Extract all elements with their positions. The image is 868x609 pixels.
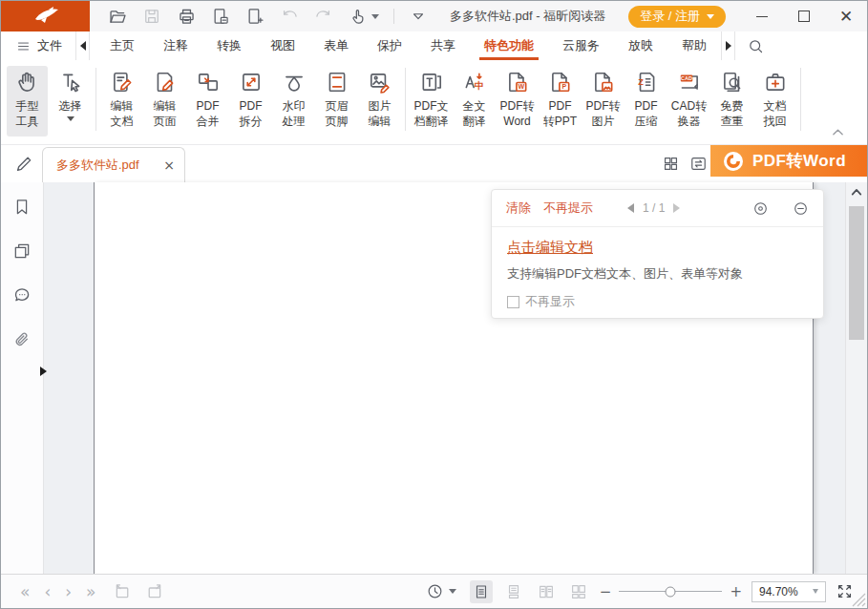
watermark-drop-icon bbox=[282, 70, 307, 94]
image-edit-button[interactable]: 图片编辑 bbox=[359, 66, 400, 136]
toolbar-separator bbox=[393, 9, 394, 24]
touch-pointer-icon bbox=[349, 7, 368, 26]
scroll-up-icon[interactable] bbox=[851, 188, 862, 196]
menu-scroll-right[interactable] bbox=[721, 32, 735, 60]
next-view-icon[interactable] bbox=[144, 581, 164, 601]
edit-document-button[interactable]: 编辑文档 bbox=[101, 66, 142, 136]
print-button[interactable] bbox=[176, 6, 197, 27]
menu-item-special-features[interactable]: 特色功能 bbox=[470, 32, 548, 60]
header-footer-button[interactable]: 页眉页脚 bbox=[316, 66, 357, 136]
menu-item-comment[interactable]: 注释 bbox=[149, 32, 202, 60]
zoom-slider[interactable] bbox=[619, 591, 722, 592]
file-menu-button[interactable]: 文件 bbox=[1, 32, 75, 60]
document-tab[interactable]: 多多软件站.pdf × bbox=[42, 147, 185, 182]
maximize-button[interactable] bbox=[783, 1, 825, 32]
watermark-button[interactable]: 水印处理 bbox=[273, 66, 314, 136]
redo-button[interactable] bbox=[313, 6, 334, 27]
zoom-level-select[interactable]: 94.70% bbox=[752, 581, 826, 602]
quick-edit-button[interactable] bbox=[13, 154, 34, 175]
popup-dont-remind-button[interactable]: 不再提示 bbox=[543, 200, 593, 217]
facing-view-button[interactable] bbox=[535, 580, 558, 603]
collapse-toolbar-button[interactable] bbox=[408, 6, 429, 27]
vertical-scrollbar[interactable] bbox=[845, 182, 867, 574]
pager-next-icon[interactable] bbox=[673, 203, 680, 213]
menu-item-present[interactable]: 放映 bbox=[614, 32, 667, 60]
document-recovery-button[interactable]: 文档找回 bbox=[754, 66, 795, 136]
resize-grip[interactable] bbox=[851, 592, 866, 607]
pdf-merge-button[interactable]: PDF合并 bbox=[187, 66, 228, 136]
comments-panel-icon[interactable] bbox=[12, 285, 32, 305]
menu-item-help[interactable]: 帮助 bbox=[667, 32, 721, 60]
scrollbar-thumb[interactable] bbox=[849, 206, 864, 340]
navigation-sidebar bbox=[1, 182, 44, 574]
zoom-out-button[interactable]: − bbox=[600, 583, 612, 600]
popup-description: 支持编辑PDF文档文本、图片、表单等对象 bbox=[507, 265, 808, 283]
facing-continuous-view-button[interactable] bbox=[567, 580, 590, 603]
menu-item-share[interactable]: 共享 bbox=[416, 32, 470, 60]
bookmarks-panel-icon[interactable] bbox=[12, 198, 32, 217]
dont-show-checkbox[interactable] bbox=[507, 296, 519, 308]
minimize-button[interactable] bbox=[741, 1, 783, 32]
previous-view-icon[interactable] bbox=[113, 581, 133, 601]
menu-item-convert[interactable]: 转换 bbox=[202, 32, 256, 60]
menu-item-home[interactable]: 主页 bbox=[95, 32, 149, 60]
pdf-to-word-button[interactable]: W PDF转Word bbox=[497, 66, 538, 136]
tab-close-button[interactable]: × bbox=[163, 158, 175, 173]
last-page-button[interactable]: » bbox=[86, 582, 95, 601]
ribbon-collapse-button[interactable] bbox=[832, 128, 844, 136]
cad-converter-button[interactable]: CAD CAD转换器 bbox=[668, 66, 709, 136]
popup-clear-button[interactable]: 清除 bbox=[506, 200, 531, 217]
pdf-split-button[interactable]: PDF拆分 bbox=[230, 66, 271, 136]
sidebar-expand-arrow[interactable] bbox=[40, 367, 47, 376]
pdf-doc-translate-button[interactable]: PDF文档翻译 bbox=[411, 66, 452, 136]
menu-item-form[interactable]: 表单 bbox=[309, 32, 363, 60]
search-button[interactable] bbox=[735, 32, 776, 60]
single-page-view-button[interactable] bbox=[470, 580, 493, 603]
next-page-button[interactable]: › bbox=[65, 582, 72, 601]
foxit-logo bbox=[1, 1, 90, 32]
redo-icon bbox=[314, 7, 333, 26]
save-button[interactable] bbox=[141, 6, 162, 27]
login-register-button[interactable]: 登录 / 注册 bbox=[628, 6, 726, 28]
prev-page-button[interactable]: ‹ bbox=[44, 582, 51, 601]
document-check-icon bbox=[720, 70, 745, 94]
cad-converter-icon: CAD bbox=[677, 70, 702, 94]
tab-overview-button[interactable] bbox=[662, 155, 680, 173]
pdf-to-ppt-button[interactable]: P PDF转PPT bbox=[540, 66, 581, 136]
pdf-compress-button[interactable]: Z PDF压缩 bbox=[625, 66, 667, 136]
tab-switch-button[interactable] bbox=[689, 155, 708, 173]
swap-icon bbox=[689, 155, 708, 173]
pager-prev-icon[interactable] bbox=[627, 203, 634, 213]
edit-document-link[interactable]: 点击编辑文档 bbox=[507, 239, 593, 255]
continuous-view-button[interactable] bbox=[502, 580, 525, 603]
hand-tool-button[interactable]: 手型工具 bbox=[7, 66, 48, 136]
add-page-button[interactable] bbox=[244, 6, 265, 27]
touch-mode-button[interactable] bbox=[348, 6, 380, 27]
rotate-view-button[interactable] bbox=[426, 582, 456, 600]
undo-button[interactable] bbox=[279, 6, 300, 27]
menu-scroll-left[interactable] bbox=[75, 32, 90, 60]
select-tool-button[interactable]: 选择 bbox=[50, 66, 91, 136]
free-plagiarism-check-button[interactable]: 免费查重 bbox=[711, 66, 752, 136]
pages-panel-icon[interactable] bbox=[12, 242, 32, 261]
popup-settings-icon[interactable] bbox=[752, 200, 769, 217]
attachments-panel-icon[interactable] bbox=[12, 330, 32, 350]
zoom-slider-handle[interactable] bbox=[666, 586, 676, 597]
menu-item-view[interactable]: 视图 bbox=[256, 32, 309, 60]
full-text-translate-button[interactable]: 中 全文翻译 bbox=[454, 66, 495, 136]
zoom-in-button[interactable]: + bbox=[730, 583, 742, 600]
pdf-to-word-banner[interactable]: PDF转Word bbox=[710, 145, 867, 177]
extract-page-button[interactable] bbox=[210, 6, 231, 27]
first-page-button[interactable]: « bbox=[20, 582, 30, 601]
popup-minimize-icon[interactable] bbox=[793, 200, 809, 217]
close-button[interactable]: ✕ bbox=[825, 1, 867, 32]
svg-text:W: W bbox=[518, 83, 524, 90]
dont-show-label: 不再显示 bbox=[525, 293, 575, 310]
pdf-to-ppt-icon: P bbox=[548, 70, 573, 94]
open-file-button[interactable] bbox=[107, 6, 128, 27]
menu-item-protect[interactable]: 保护 bbox=[363, 32, 416, 60]
edit-page-button[interactable]: 编辑页面 bbox=[144, 66, 185, 136]
menu-item-cloud[interactable]: 云服务 bbox=[548, 32, 614, 60]
pdf-to-image-button[interactable]: PDF转图片 bbox=[582, 66, 624, 136]
edit-page-icon bbox=[153, 70, 178, 94]
